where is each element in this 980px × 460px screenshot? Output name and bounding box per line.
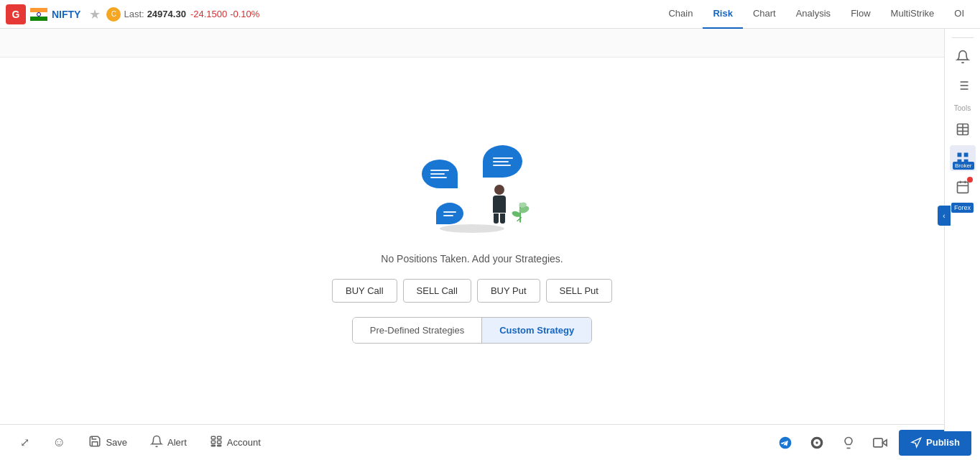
svg-rect-27 xyxy=(217,441,221,443)
bottom-right-actions: Publish xyxy=(772,430,971,456)
tools-label: Tools xyxy=(954,104,971,112)
account-button[interactable]: Account xyxy=(198,425,272,461)
chat-circle-icon[interactable] xyxy=(804,430,830,456)
svg-point-32 xyxy=(815,441,818,443)
sidebar-collapse-button[interactable]: ‹ xyxy=(938,206,951,226)
svg-rect-11 xyxy=(957,153,961,157)
emoji-icon: ☺ xyxy=(52,435,65,450)
coin-icon: C xyxy=(106,7,121,22)
strategy-toggle: Pre-Defined Strategies Custom Strategy xyxy=(352,317,593,344)
save-icon xyxy=(88,435,101,451)
chat-bubble-large xyxy=(483,145,522,178)
alert-icon xyxy=(150,435,163,451)
nav-chain[interactable]: Chain xyxy=(658,0,703,29)
bell-icon[interactable] xyxy=(950,44,976,70)
price-change: -24.1500 xyxy=(190,9,227,19)
main-content: No Positions Taken. Add your Strategies.… xyxy=(0,29,944,424)
price-change-pct: -0.10% xyxy=(230,9,259,19)
sell-put-button[interactable]: SELL Put xyxy=(546,279,612,303)
svg-rect-25 xyxy=(217,436,221,439)
expand-icon: ⤢ xyxy=(20,436,29,449)
telegram-icon[interactable] xyxy=(772,430,798,456)
person-legs xyxy=(494,213,505,224)
alert-label: Alert xyxy=(167,437,187,448)
chat-bubble-small xyxy=(436,203,463,224)
svg-rect-34 xyxy=(874,438,883,447)
broker-badge: Broker xyxy=(953,162,974,170)
account-icon xyxy=(210,435,223,451)
svg-rect-24 xyxy=(211,436,215,439)
no-positions-label: No Positions Taken. Add your Strategies. xyxy=(381,253,563,264)
sidebar-divider-1 xyxy=(952,37,974,38)
top-nav: G NIFTY ★ C Last: 24974.30 -24.1500 -0.1… xyxy=(0,0,980,29)
publish-label: Publish xyxy=(926,437,960,448)
plant-decoration xyxy=(512,193,530,226)
pre-defined-strategies-button[interactable]: Pre-Defined Strategies xyxy=(353,318,483,343)
publish-button[interactable]: Publish xyxy=(899,430,971,456)
sell-call-button[interactable]: SELL Call xyxy=(403,279,471,303)
account-label: Account xyxy=(227,437,261,448)
calendar-icon[interactable] xyxy=(950,174,976,200)
expand-button[interactable]: ⤢ xyxy=(9,425,41,461)
right-sidebar: ‹ Tools Broker Forex xyxy=(944,0,980,431)
svg-rect-26 xyxy=(211,441,215,443)
grid-broker-icon[interactable]: Broker xyxy=(950,145,976,171)
nav-oi[interactable]: OI xyxy=(944,0,974,29)
price-value: 24974.30 xyxy=(147,9,186,19)
chat-bubble-medium xyxy=(422,160,458,188)
svg-rect-15 xyxy=(957,182,968,193)
megaphone-icon xyxy=(910,437,922,448)
app-logo: G xyxy=(6,4,26,24)
alert-button[interactable]: Alert xyxy=(139,425,198,461)
last-label: Last: xyxy=(124,9,144,19)
bulb-icon[interactable] xyxy=(836,430,861,456)
svg-rect-29 xyxy=(217,445,221,446)
star-icon[interactable]: ★ xyxy=(89,6,101,22)
ticker-symbol[interactable]: NIFTY xyxy=(52,9,80,20)
nav-links: Chain Risk Chart Analysis Flow MultiStri… xyxy=(658,0,974,29)
nav-chart[interactable]: Chart xyxy=(743,0,786,29)
calendar-notification-dot xyxy=(967,177,973,183)
person-body xyxy=(493,196,506,213)
emoji-button[interactable]: ☺ xyxy=(41,425,77,461)
center-area: No Positions Taken. Add your Strategies.… xyxy=(0,58,944,424)
save-button[interactable]: Save xyxy=(77,425,139,461)
flag-india xyxy=(30,8,47,21)
nav-analysis[interactable]: Analysis xyxy=(786,0,841,29)
list-icon[interactable] xyxy=(950,73,976,98)
custom-strategy-button[interactable]: Custom Strategy xyxy=(482,318,591,343)
action-buttons-group: BUY Call SELL Call BUY Put SELL Put xyxy=(332,279,612,303)
bottom-bar: ⤢ ☺ Save Alert Account xyxy=(0,424,980,460)
no-positions-illustration xyxy=(415,138,530,239)
svg-marker-33 xyxy=(882,439,887,445)
buy-put-button[interactable]: BUY Put xyxy=(477,279,540,303)
svg-rect-12 xyxy=(963,153,968,157)
forex-badge[interactable]: Forex xyxy=(951,203,974,213)
toolbar-row xyxy=(0,29,944,58)
video-icon[interactable] xyxy=(867,430,893,456)
table-icon[interactable] xyxy=(950,116,976,142)
nav-flow[interactable]: Flow xyxy=(841,0,880,29)
nav-risk[interactable]: Risk xyxy=(703,0,742,29)
svg-rect-28 xyxy=(211,445,215,446)
person-head xyxy=(494,185,504,195)
person-figure xyxy=(486,185,512,228)
nav-multistrike[interactable]: MultiStrike xyxy=(881,0,945,29)
buy-call-button[interactable]: BUY Call xyxy=(332,279,397,303)
save-label: Save xyxy=(106,437,127,448)
